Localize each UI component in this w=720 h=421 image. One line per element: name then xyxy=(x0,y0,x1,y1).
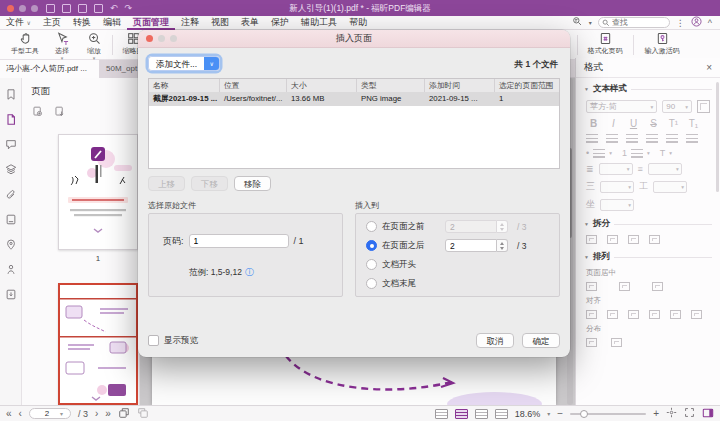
space-before-input[interactable]: ▾ xyxy=(600,181,634,193)
add-file-dropdown-icon[interactable]: ∨ xyxy=(204,57,219,70)
comments-icon[interactable] xyxy=(4,137,18,151)
next-view-icon[interactable] xyxy=(137,407,149,421)
menu-item-home[interactable]: 主页 xyxy=(37,16,67,30)
baseline-offset-input[interactable]: ▾ xyxy=(600,199,634,211)
activation-code-button[interactable]: 输入激活码 xyxy=(639,32,685,56)
column-header-size[interactable]: 大小 xyxy=(287,79,357,92)
cancel-button[interactable]: 取消 xyxy=(476,333,514,348)
paragraph-spacing-input[interactable]: ▾ xyxy=(648,163,682,175)
move-up-button[interactable]: 上移 xyxy=(148,176,185,191)
column-header-added-time[interactable]: 添加时间 xyxy=(425,79,495,92)
align-center-icon[interactable] xyxy=(606,134,618,143)
align-left-icon[interactable] xyxy=(586,134,598,143)
menu-item-convert[interactable]: 转换 xyxy=(67,16,97,30)
move-down-button[interactable]: 下移 xyxy=(191,176,228,191)
grid-view-icon[interactable] xyxy=(495,409,508,419)
radio-after-page[interactable] xyxy=(366,240,377,251)
last-page-icon[interactable]: » xyxy=(105,408,111,420)
format-page-number-button[interactable]: 格式化页码 xyxy=(582,32,628,56)
menu-item-comment[interactable]: 注释 xyxy=(175,16,205,30)
radio-document-start[interactable] xyxy=(366,259,377,270)
stepper-icon[interactable] xyxy=(497,220,508,233)
previous-view-icon[interactable] xyxy=(118,407,130,421)
align-objects-vcenter-icon[interactable] xyxy=(670,310,681,319)
zoom-out-icon[interactable]: − xyxy=(557,408,563,420)
open-icon[interactable] xyxy=(46,4,55,13)
menu-item-view[interactable]: 视图 xyxy=(205,16,235,30)
underline-button[interactable]: U xyxy=(626,118,641,129)
menu-item-form[interactable]: 表单 xyxy=(235,16,265,30)
attachments-icon[interactable] xyxy=(4,187,18,201)
menu-item-file[interactable]: 文件 ∨ xyxy=(0,16,37,30)
column-header-location[interactable]: 位置 xyxy=(220,79,287,92)
menu-item-protect[interactable]: 保护 xyxy=(265,16,295,30)
column-header-page-range[interactable]: 选定的页面范围 xyxy=(495,79,559,92)
hand-tool-button[interactable]: 手型工具 xyxy=(4,32,46,56)
select-tool-button[interactable]: 选择 ▾ xyxy=(48,32,76,60)
collapse-triangle-icon[interactable]: ▼ xyxy=(584,254,589,260)
align-objects-right-icon[interactable] xyxy=(628,310,639,319)
sign-icon[interactable] xyxy=(4,262,18,276)
page-thumbnail-1[interactable] xyxy=(58,134,138,250)
source-page-input[interactable] xyxy=(189,234,289,248)
panel-scrollbar[interactable] xyxy=(716,82,719,192)
indent-increase-icon[interactable] xyxy=(686,134,698,143)
indent-decrease-icon[interactable] xyxy=(666,134,678,143)
continuous-view-icon[interactable] xyxy=(455,409,468,419)
zoom-percentage[interactable]: 18.6% xyxy=(515,409,541,419)
distribute-horizontal-icon[interactable] xyxy=(586,338,597,347)
stepper-icon[interactable] xyxy=(497,239,508,252)
undo-icon[interactable]: ↶ xyxy=(110,2,118,14)
bookmarks-icon[interactable] xyxy=(4,87,18,101)
page-settings-icon[interactable] xyxy=(54,106,65,119)
center-vertical-icon[interactable] xyxy=(619,282,630,291)
show-preview-checkbox[interactable] xyxy=(148,335,159,346)
page-caret-icon[interactable]: ▾ xyxy=(60,410,63,417)
center-horizontal-icon[interactable] xyxy=(586,282,597,291)
align-objects-left-icon[interactable] xyxy=(586,310,597,319)
window-zoom-button[interactable] xyxy=(31,5,38,12)
page-thumbnail-2-selected[interactable] xyxy=(58,283,138,405)
char-spacing-input[interactable]: ▾ xyxy=(653,181,687,193)
panel-toggle-icon[interactable] xyxy=(702,407,714,421)
font-size-select[interactable]: 90▾ xyxy=(662,100,692,113)
fields-icon[interactable] xyxy=(4,212,18,226)
close-icon[interactable]: × xyxy=(706,62,712,73)
italic-button[interactable]: I xyxy=(606,118,621,129)
ok-button[interactable]: 确定 xyxy=(522,333,560,348)
zoom-tool-button[interactable]: 缩放 ▾ xyxy=(80,32,108,60)
single-page-view-icon[interactable] xyxy=(435,409,448,419)
page-options-icon[interactable] xyxy=(32,106,43,119)
superscript-button[interactable]: T¹ xyxy=(666,118,681,129)
zoom-slider[interactable] xyxy=(570,413,646,415)
align-objects-bottom-icon[interactable] xyxy=(691,310,702,319)
find-replace-icon[interactable] xyxy=(572,16,583,29)
next-page-icon[interactable]: › xyxy=(95,408,98,420)
line-spacing-input[interactable]: ▾ xyxy=(599,163,633,175)
distribute-vertical-icon[interactable] xyxy=(611,338,622,347)
subscript-button[interactable]: T₁ xyxy=(686,118,701,129)
find-caret-icon[interactable]: ▾ xyxy=(589,19,592,26)
remove-button[interactable]: 移除 xyxy=(234,176,271,191)
save-icon[interactable] xyxy=(62,4,71,13)
after-page-spinner[interactable] xyxy=(445,239,508,252)
menu-item-edit[interactable]: 编辑 xyxy=(97,16,127,30)
center-both-icon[interactable] xyxy=(652,282,663,291)
collapse-toolbar-icon[interactable]: ^ xyxy=(708,18,712,28)
layers-icon[interactable] xyxy=(4,162,18,176)
zoom-caret-icon[interactable]: ▾ xyxy=(547,410,550,417)
add-file-button[interactable]: 添加文件... ∨ xyxy=(148,56,220,71)
font-color-swatch[interactable] xyxy=(697,100,710,113)
radio-before-page[interactable] xyxy=(366,221,377,232)
search-field[interactable] xyxy=(598,17,670,28)
bold-button[interactable]: B xyxy=(586,118,601,129)
file-row-selected[interactable]: 截屏2021-09-15 ... /Users/foxitnet/... 13.… xyxy=(149,92,559,106)
zoom-in-icon[interactable]: + xyxy=(653,408,659,420)
current-page-field[interactable]: ▾ xyxy=(29,408,71,419)
before-page-spinner[interactable] xyxy=(445,220,508,233)
align-right-icon[interactable] xyxy=(626,134,638,143)
window-close-button[interactable] xyxy=(7,5,14,12)
first-page-icon[interactable]: « xyxy=(6,408,12,420)
radio-document-end[interactable] xyxy=(366,278,377,289)
facing-view-icon[interactable] xyxy=(475,409,488,419)
